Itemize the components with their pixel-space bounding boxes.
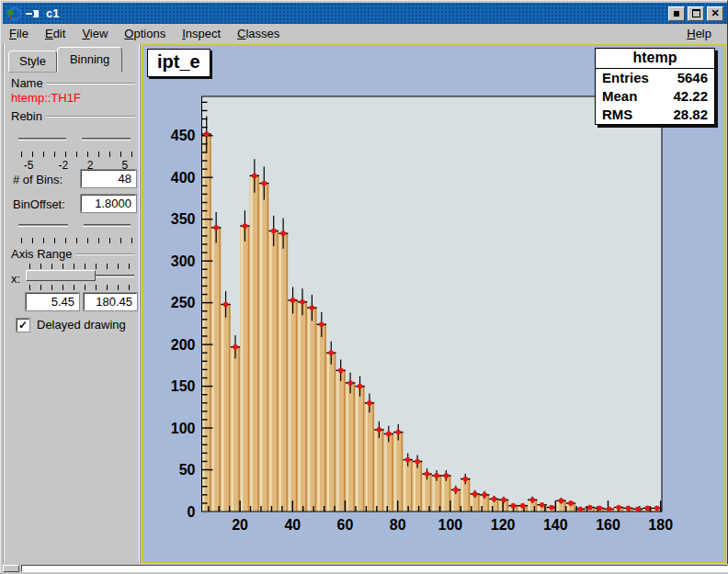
svg-text:200: 200: [171, 337, 196, 353]
window-title: c1: [46, 6, 59, 20]
offset-slider[interactable]: [18, 216, 131, 234]
resize-grip[interactable]: [3, 565, 19, 572]
axis-range-group-header: Axis Range: [11, 247, 135, 261]
menu-item-inspect[interactable]: Inspect: [174, 25, 229, 42]
delayed-drawing-checkbox[interactable]: ✓: [17, 319, 29, 332]
rebin-label-minus2: -2: [58, 159, 68, 172]
offset-input[interactable]: [81, 195, 136, 212]
name-group-header: Name: [11, 76, 135, 90]
stats-mean-value: 42.22: [673, 88, 708, 104]
rebin-slider[interactable]: [18, 129, 131, 148]
offset-slider-thumb[interactable]: [68, 217, 84, 233]
bins-label: # of Bins:: [13, 173, 63, 186]
status-strip: [21, 565, 728, 572]
group-divider: [47, 83, 135, 84]
menu-item-options[interactable]: Options: [116, 25, 174, 42]
pin-icon[interactable]: [26, 8, 40, 19]
check-icon: ✓: [18, 320, 28, 331]
minimize-button[interactable]: [668, 6, 685, 21]
x-axis-label: x:: [11, 272, 20, 286]
rebin-slider-thumb[interactable]: [66, 130, 82, 147]
close-button[interactable]: ✕: [707, 6, 723, 21]
histogram-title-box[interactable]: ipt_e: [147, 49, 210, 77]
rebin-group-header: Rebin: [11, 109, 135, 123]
offset-slider-ticks: [21, 238, 133, 243]
x-range-thumb[interactable]: [26, 270, 96, 281]
stats-mean-label: Mean: [602, 88, 637, 104]
svg-text:300: 300: [171, 253, 196, 269]
svg-text:250: 250: [171, 295, 196, 310]
root-logo-icon: [6, 6, 22, 22]
svg-text:0: 0: [188, 504, 196, 520]
menu-item-file[interactable]: File: [3, 25, 37, 42]
menubar-items: FileEditViewOptionsInspectClasses: [3, 25, 288, 42]
stats-title: htemp: [596, 49, 714, 69]
bottom-bar: [1, 564, 728, 574]
minimize-icon: [674, 11, 679, 17]
svg-text:20: 20: [232, 517, 248, 533]
root-canvas-window: c1 ✕ FileEditViewOptionsInspectClasses H…: [0, 0, 728, 574]
menu-item-edit[interactable]: Edit: [37, 25, 74, 42]
editor-tabbar: Style Binning: [8, 47, 122, 73]
svg-text:180: 180: [648, 517, 673, 533]
svg-text:80: 80: [390, 517, 406, 533]
svg-text:120: 120: [491, 517, 516, 533]
tab-binning[interactable]: Binning: [57, 47, 122, 73]
maximize-icon: [692, 9, 700, 17]
svg-text:50: 50: [179, 462, 196, 478]
svg-text:140: 140: [543, 517, 568, 533]
menu-item-help[interactable]: Help: [678, 25, 720, 42]
offset-label: BinOffset:: [13, 197, 65, 211]
delayed-drawing-row: ✓ Delayed drawing: [17, 318, 126, 332]
svg-text:100: 100: [438, 517, 463, 533]
svg-text:350: 350: [171, 211, 196, 227]
xmin-input[interactable]: [26, 293, 79, 310]
x-range-slider[interactable]: [26, 269, 134, 282]
stats-entries-value: 5646: [677, 70, 708, 85]
bins-input[interactable]: [81, 170, 136, 187]
menubar: FileEditViewOptionsInspectClasses Help: [3, 24, 727, 43]
name-group-label: Name: [11, 76, 43, 90]
titlebar[interactable]: c1 ✕: [3, 3, 727, 24]
group-divider: [75, 253, 135, 255]
delayed-drawing-label: Delayed drawing: [37, 318, 126, 332]
svg-text:450: 450: [171, 128, 196, 143]
xmax-input[interactable]: [84, 293, 137, 310]
svg-text:400: 400: [171, 170, 196, 186]
xrange-ticks-bottom: [29, 285, 134, 290]
rebin-slider-ticks: [21, 152, 133, 157]
close-icon: ✕: [711, 8, 719, 18]
stats-entries-label: Entries: [602, 70, 649, 85]
rebin-label-minus5: -5: [24, 159, 34, 172]
axis-range-group-label: Axis Range: [11, 247, 72, 261]
svg-text:40: 40: [284, 517, 301, 533]
histogram-editor-panel: Style Binning Name htemp::TH1F Rebin -5 …: [3, 43, 141, 563]
histogram-name-value: htemp::TH1F: [11, 91, 81, 105]
menu-item-view[interactable]: View: [74, 25, 116, 42]
svg-text:60: 60: [337, 517, 354, 533]
rebin-group-label: Rebin: [11, 109, 42, 123]
stats-box[interactable]: htemp Entries5646 Mean42.22 RMS28.82: [595, 48, 715, 125]
svg-text:100: 100: [171, 421, 196, 436]
stats-rms-label: RMS: [602, 107, 632, 122]
svg-text:150: 150: [171, 378, 196, 394]
group-divider: [46, 116, 135, 118]
maximize-button[interactable]: [688, 6, 704, 21]
svg-text:160: 160: [596, 517, 620, 533]
menu-item-classes[interactable]: Classes: [229, 25, 288, 42]
stats-rms-value: 28.82: [673, 107, 708, 122]
root-canvas[interactable]: 0501001502002503003504004502040608010012…: [142, 44, 726, 563]
tab-style[interactable]: Style: [8, 51, 57, 73]
